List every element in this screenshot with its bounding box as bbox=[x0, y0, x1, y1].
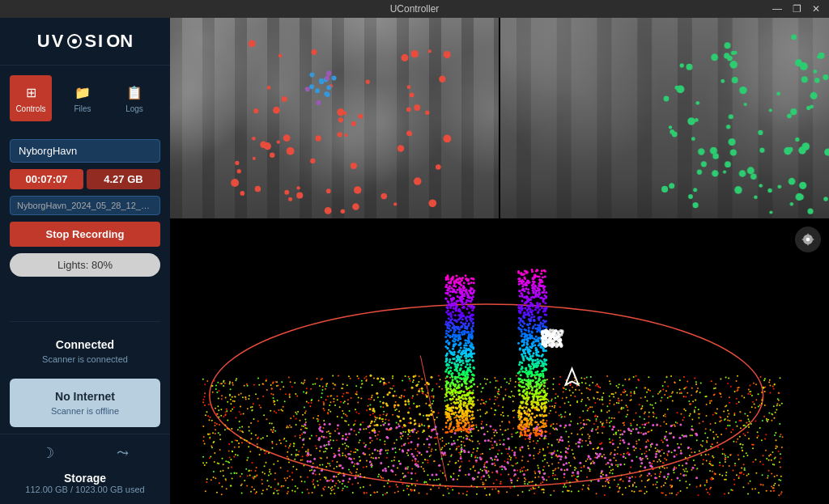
stop-recording-button[interactable]: Stop Recording bbox=[10, 222, 160, 247]
nav-item-logs[interactable]: 📋 Logs bbox=[110, 75, 159, 121]
recording-time: 00:07:07 bbox=[10, 169, 83, 189]
connected-title: Connected bbox=[10, 338, 160, 351]
files-icon: 📁 bbox=[74, 83, 91, 101]
location-select[interactable]: NyborgHavn bbox=[10, 139, 160, 163]
camera-left-canvas bbox=[170, 18, 499, 218]
no-internet-section: No Internet Scanner is offline bbox=[10, 379, 160, 427]
controls-panel: NyborgHavn 00:07:07 4.27 GB NyborgHavn_2… bbox=[0, 131, 170, 313]
filename-box: NyborgHavn_2024_05_28_12_10_1 bbox=[10, 196, 160, 215]
camera-view-left bbox=[170, 18, 499, 218]
main-layout: UVSION ⊞ Controls 📁 Files 📋 Logs 👁 bbox=[0, 18, 829, 504]
bottom-section: ☽ ⤳ Storage 112.00 GB / 1023.00 GB used bbox=[0, 434, 170, 504]
titlebar-title: UController bbox=[390, 3, 440, 15]
nav-item-controls[interactable]: ⊞ Controls bbox=[10, 75, 52, 121]
nav-item-files[interactable]: 📁 Files bbox=[58, 75, 107, 121]
no-internet-subtitle: Scanner is offline bbox=[18, 406, 152, 416]
moon-icon[interactable]: ☽ bbox=[41, 444, 54, 462]
camera-view-right bbox=[499, 18, 829, 218]
titlebar: UController — ❐ ✕ bbox=[0, 0, 829, 18]
camera-right-canvas bbox=[500, 18, 829, 218]
storage-section: Storage 112.00 GB / 1023.00 GB used bbox=[10, 472, 160, 494]
nav-label-controls: Controls bbox=[15, 104, 45, 113]
no-internet-title: No Internet bbox=[18, 390, 152, 403]
logo-eye-icon bbox=[67, 34, 82, 49]
camera-views bbox=[170, 18, 829, 218]
logo: UVSION bbox=[37, 31, 133, 52]
connected-subtitle: Scanner is connected bbox=[10, 354, 160, 364]
close-button[interactable]: ✕ bbox=[810, 3, 823, 15]
controls-icon: ⊞ bbox=[22, 83, 40, 101]
sidebar-divider bbox=[10, 321, 160, 322]
recording-stats: 00:07:07 4.27 GB bbox=[10, 169, 160, 189]
content-area bbox=[170, 18, 829, 504]
nav-item-uvvisualiser[interactable]: 👁 UVVisualiser bbox=[162, 75, 170, 121]
lidar-canvas bbox=[170, 218, 829, 504]
storage-subtitle: 112.00 GB / 1023.00 GB used bbox=[10, 485, 160, 494]
minimize-button[interactable]: — bbox=[771, 3, 784, 15]
recording-size: 4.27 GB bbox=[87, 169, 160, 189]
logs-icon: 📋 bbox=[125, 83, 143, 101]
maximize-button[interactable]: ❐ bbox=[790, 3, 803, 15]
lidar-settings-button[interactable] bbox=[795, 227, 821, 252]
nav-label-logs: Logs bbox=[125, 104, 143, 113]
nav-label-files: Files bbox=[74, 104, 91, 113]
storage-title: Storage bbox=[10, 472, 160, 485]
logout-icon[interactable]: ⤳ bbox=[117, 444, 129, 462]
logo-area: UVSION bbox=[0, 18, 170, 66]
lights-button[interactable]: Lights: 80% bbox=[10, 253, 160, 277]
titlebar-controls: — ❐ ✕ bbox=[771, 3, 823, 15]
nav-icons: ⊞ Controls 📁 Files 📋 Logs 👁 UVVisualiser bbox=[0, 66, 170, 131]
connected-status: Connected Scanner is connected bbox=[0, 330, 170, 372]
lidar-view bbox=[170, 218, 829, 504]
bottom-icons: ☽ ⤳ bbox=[10, 444, 160, 462]
settings-icon bbox=[801, 232, 815, 247]
sidebar: UVSION ⊞ Controls 📁 Files 📋 Logs 👁 bbox=[0, 18, 170, 504]
